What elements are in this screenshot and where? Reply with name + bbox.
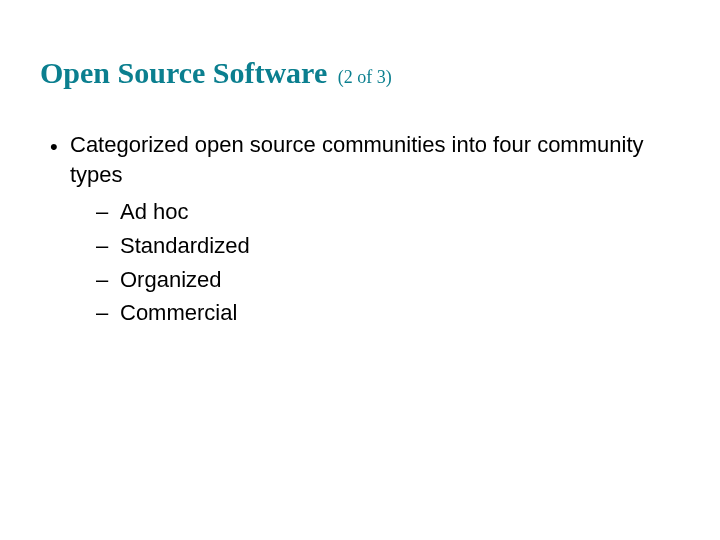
list-item: – Ad hoc — [96, 197, 680, 227]
list-item-label: Standardized — [120, 231, 250, 261]
bullet-item: • Categorized open source communities in… — [50, 130, 680, 189]
bullet-marker: • — [50, 130, 70, 162]
list-item-label: Ad hoc — [120, 197, 189, 227]
list-item-label: Commercial — [120, 298, 237, 328]
slide-title: Open Source Software (2 of 3) — [40, 56, 680, 90]
list-item: – Commercial — [96, 298, 680, 328]
title-page-indicator: (2 of 3) — [338, 67, 392, 87]
list-item-label: Organized — [120, 265, 222, 295]
bullet-text: Categorized open source communities into… — [70, 130, 680, 189]
slide: Open Source Software (2 of 3) • Categori… — [0, 0, 720, 540]
title-main: Open Source Software — [40, 56, 327, 89]
list-item: – Standardized — [96, 231, 680, 261]
slide-body: • Categorized open source communities in… — [40, 130, 680, 328]
dash-icon: – — [96, 231, 120, 261]
dash-icon: – — [96, 298, 120, 328]
dash-icon: – — [96, 197, 120, 227]
sub-list: – Ad hoc – Standardized – Organized – Co… — [50, 193, 680, 328]
list-item: – Organized — [96, 265, 680, 295]
dash-icon: – — [96, 265, 120, 295]
